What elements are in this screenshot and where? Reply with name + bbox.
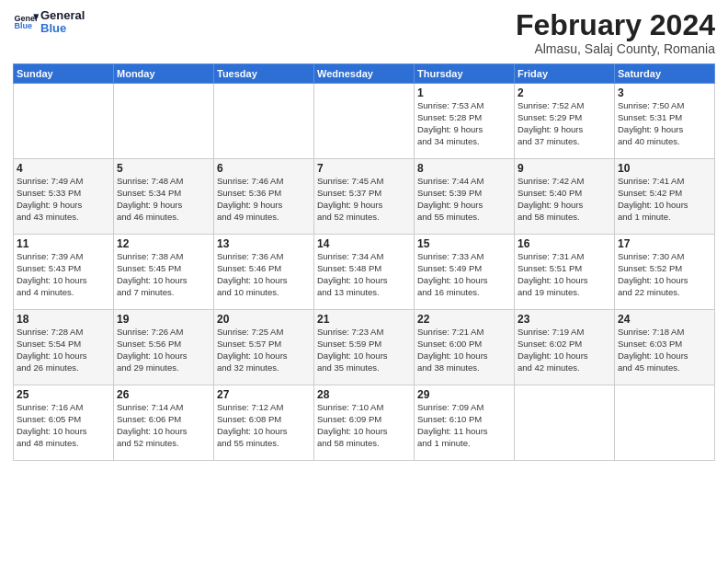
day-number: 13 (217, 237, 311, 250)
day-cell (14, 84, 114, 159)
day-number: 16 (518, 237, 611, 250)
day-cell: 11Sunrise: 7:39 AM Sunset: 5:43 PM Dayli… (14, 235, 114, 310)
day-number: 24 (618, 313, 711, 326)
header-row: SundayMondayTuesdayWednesdayThursdayFrid… (14, 64, 715, 84)
day-number: 11 (17, 237, 110, 250)
day-number: 4 (17, 162, 110, 175)
day-number: 19 (117, 313, 210, 326)
day-number: 22 (417, 313, 511, 326)
day-cell (114, 84, 214, 159)
day-cell: 19Sunrise: 7:26 AM Sunset: 5:56 PM Dayli… (114, 310, 214, 385)
day-info: Sunrise: 7:49 AM Sunset: 5:33 PM Dayligh… (17, 176, 110, 223)
header-cell-monday: Monday (114, 64, 214, 84)
day-cell (214, 84, 314, 159)
day-cell: 14Sunrise: 7:34 AM Sunset: 5:48 PM Dayli… (314, 235, 415, 310)
day-info: Sunrise: 7:10 AM Sunset: 6:09 PM Dayligh… (317, 402, 411, 449)
day-info: Sunrise: 7:30 AM Sunset: 5:52 PM Dayligh… (618, 251, 711, 298)
day-info: Sunrise: 7:19 AM Sunset: 6:02 PM Dayligh… (518, 327, 611, 373)
day-cell: 4Sunrise: 7:49 AM Sunset: 5:33 PM Daylig… (14, 159, 114, 235)
day-info: Sunrise: 7:46 AM Sunset: 5:36 PM Dayligh… (217, 176, 311, 223)
day-number: 5 (117, 162, 210, 175)
day-cell: 22Sunrise: 7:21 AM Sunset: 6:00 PM Dayli… (415, 310, 515, 385)
day-cell: 29Sunrise: 7:09 AM Sunset: 6:10 PM Dayli… (415, 385, 515, 461)
day-number: 14 (317, 237, 411, 250)
day-info: Sunrise: 7:36 AM Sunset: 5:46 PM Dayligh… (217, 251, 311, 298)
day-cell: 8Sunrise: 7:44 AM Sunset: 5:39 PM Daylig… (415, 159, 515, 235)
day-info: Sunrise: 7:52 AM Sunset: 5:29 PM Dayligh… (518, 100, 611, 147)
day-info: Sunrise: 7:45 AM Sunset: 5:37 PM Dayligh… (317, 176, 411, 223)
day-info: Sunrise: 7:50 AM Sunset: 5:31 PM Dayligh… (618, 100, 711, 147)
day-cell: 26Sunrise: 7:14 AM Sunset: 6:06 PM Dayli… (114, 385, 214, 461)
day-cell: 24Sunrise: 7:18 AM Sunset: 6:03 PM Dayli… (615, 310, 715, 385)
day-info: Sunrise: 7:33 AM Sunset: 5:49 PM Dayligh… (417, 251, 511, 298)
day-number: 27 (217, 388, 311, 401)
logo: General Blue General Blue (13, 9, 85, 36)
day-info: Sunrise: 7:18 AM Sunset: 6:03 PM Dayligh… (618, 327, 711, 373)
day-cell: 12Sunrise: 7:38 AM Sunset: 5:45 PM Dayli… (114, 235, 214, 310)
day-cell (615, 385, 715, 461)
day-info: Sunrise: 7:12 AM Sunset: 6:08 PM Dayligh… (217, 402, 311, 449)
day-cell: 15Sunrise: 7:33 AM Sunset: 5:49 PM Dayli… (415, 235, 515, 310)
day-number: 2 (518, 86, 611, 99)
day-cell: 21Sunrise: 7:23 AM Sunset: 5:59 PM Dayli… (314, 310, 415, 385)
week-row-4: 18Sunrise: 7:28 AM Sunset: 5:54 PM Dayli… (14, 310, 715, 385)
day-info: Sunrise: 7:53 AM Sunset: 5:28 PM Dayligh… (417, 100, 511, 147)
day-cell: 5Sunrise: 7:48 AM Sunset: 5:34 PM Daylig… (114, 159, 214, 235)
calendar-table: SundayMondayTuesdayWednesdayThursdayFrid… (13, 63, 715, 461)
day-number: 25 (17, 388, 110, 401)
logo-general-text: General (40, 9, 85, 22)
page: General Blue General Blue February 2024 … (0, 0, 728, 468)
day-info: Sunrise: 7:39 AM Sunset: 5:43 PM Dayligh… (17, 251, 110, 298)
svg-text:Blue: Blue (14, 21, 32, 30)
logo-blue-text: Blue (40, 22, 85, 35)
day-number: 15 (417, 237, 511, 250)
day-info: Sunrise: 7:31 AM Sunset: 5:51 PM Dayligh… (518, 251, 611, 298)
day-info: Sunrise: 7:25 AM Sunset: 5:57 PM Dayligh… (217, 327, 311, 373)
day-cell: 28Sunrise: 7:10 AM Sunset: 6:09 PM Dayli… (314, 385, 415, 461)
day-number: 3 (618, 86, 711, 99)
header-cell-thursday: Thursday (415, 64, 515, 84)
day-cell: 7Sunrise: 7:45 AM Sunset: 5:37 PM Daylig… (314, 159, 415, 235)
title-area: February 2024 Almasu, Salaj County, Roma… (516, 9, 715, 56)
day-cell: 27Sunrise: 7:12 AM Sunset: 6:08 PM Dayli… (214, 385, 314, 461)
day-cell: 23Sunrise: 7:19 AM Sunset: 6:02 PM Dayli… (515, 310, 615, 385)
month-title: February 2024 (516, 9, 715, 41)
header-cell-tuesday: Tuesday (214, 64, 314, 84)
day-number: 8 (417, 162, 511, 175)
day-info: Sunrise: 7:26 AM Sunset: 5:56 PM Dayligh… (117, 327, 210, 373)
day-number: 18 (17, 313, 110, 326)
header-cell-wednesday: Wednesday (314, 64, 415, 84)
day-cell: 25Sunrise: 7:16 AM Sunset: 6:05 PM Dayli… (14, 385, 114, 461)
header: General Blue General Blue February 2024 … (13, 9, 715, 56)
header-cell-sunday: Sunday (14, 64, 114, 84)
week-row-2: 4Sunrise: 7:49 AM Sunset: 5:33 PM Daylig… (14, 159, 715, 235)
day-info: Sunrise: 7:28 AM Sunset: 5:54 PM Dayligh… (17, 327, 110, 373)
header-cell-friday: Friday (515, 64, 615, 84)
day-number: 12 (117, 237, 210, 250)
header-cell-saturday: Saturday (615, 64, 715, 84)
logo-icon: General Blue (13, 9, 39, 35)
day-number: 21 (317, 313, 411, 326)
week-row-5: 25Sunrise: 7:16 AM Sunset: 6:05 PM Dayli… (14, 385, 715, 461)
day-cell: 3Sunrise: 7:50 AM Sunset: 5:31 PM Daylig… (615, 84, 715, 159)
day-cell: 9Sunrise: 7:42 AM Sunset: 5:40 PM Daylig… (515, 159, 615, 235)
day-number: 26 (117, 388, 210, 401)
location-title: Almasu, Salaj County, Romania (516, 41, 715, 56)
day-number: 17 (618, 237, 711, 250)
day-cell: 16Sunrise: 7:31 AM Sunset: 5:51 PM Dayli… (515, 235, 615, 310)
day-cell (515, 385, 615, 461)
day-info: Sunrise: 7:41 AM Sunset: 5:42 PM Dayligh… (618, 176, 711, 223)
week-row-3: 11Sunrise: 7:39 AM Sunset: 5:43 PM Dayli… (14, 235, 715, 310)
day-cell: 13Sunrise: 7:36 AM Sunset: 5:46 PM Dayli… (214, 235, 314, 310)
day-cell: 20Sunrise: 7:25 AM Sunset: 5:57 PM Dayli… (214, 310, 314, 385)
day-info: Sunrise: 7:21 AM Sunset: 6:00 PM Dayligh… (417, 327, 511, 373)
day-info: Sunrise: 7:09 AM Sunset: 6:10 PM Dayligh… (417, 402, 511, 449)
day-cell: 1Sunrise: 7:53 AM Sunset: 5:28 PM Daylig… (415, 84, 515, 159)
day-number: 7 (317, 162, 411, 175)
day-cell: 17Sunrise: 7:30 AM Sunset: 5:52 PM Dayli… (615, 235, 715, 310)
day-cell (314, 84, 415, 159)
day-number: 9 (518, 162, 611, 175)
day-number: 20 (217, 313, 311, 326)
day-number: 1 (417, 86, 511, 99)
day-cell: 2Sunrise: 7:52 AM Sunset: 5:29 PM Daylig… (515, 84, 615, 159)
